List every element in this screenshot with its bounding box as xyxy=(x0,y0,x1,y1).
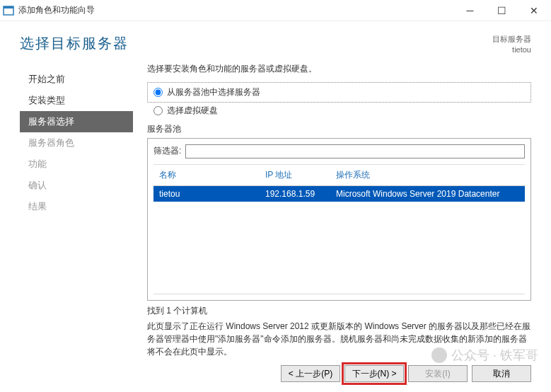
server-table: 名称 IP 地址 操作系统 tietou192.168.1.59Microsof… xyxy=(153,164,525,294)
window-title: 添加角色和功能向导 xyxy=(18,4,454,16)
server-pool-box: 筛选器: 名称 IP 地址 操作系统 tietou192.168.1.59Mic… xyxy=(147,138,531,301)
cell-os: Microsoft Windows Server 2019 Datacenter xyxy=(330,186,525,202)
radio-vhd[interactable]: 选择虚拟硬盘 xyxy=(147,104,531,117)
instruction-text: 选择要安装角色和功能的服务器或虚拟硬盘。 xyxy=(147,63,531,75)
wizard-sidebar: 开始之前安装类型服务器选择服务器角色功能确认结果 xyxy=(20,63,133,358)
table-row[interactable]: tietou192.168.1.59Microsoft Windows Serv… xyxy=(153,186,525,202)
radio-vhd-input[interactable] xyxy=(153,106,163,115)
selection-mode-group: 从服务器池中选择服务器 xyxy=(147,82,531,103)
sidebar-item-1[interactable]: 安装类型 xyxy=(20,90,133,111)
sidebar-item-4: 功能 xyxy=(20,154,133,175)
page-title: 选择目标服务器 xyxy=(20,34,129,53)
app-icon xyxy=(3,5,14,16)
sidebar-item-0[interactable]: 开始之前 xyxy=(20,69,133,90)
main-panel: 选择要安装角色和功能的服务器或虚拟硬盘。 从服务器池中选择服务器 选择虚拟硬盘 … xyxy=(133,63,531,358)
filter-input[interactable] xyxy=(185,144,525,158)
maximize-button[interactable]: ☐ xyxy=(486,0,518,21)
radio-server-pool[interactable]: 从服务器池中选择服务器 xyxy=(153,86,525,99)
computer-count: 找到 1 个计算机 xyxy=(147,305,531,317)
sidebar-item-5: 确认 xyxy=(20,175,133,196)
sidebar-item-6: 结果 xyxy=(20,196,133,217)
radio-server-pool-input[interactable] xyxy=(153,88,163,97)
filter-label: 筛选器: xyxy=(153,145,181,157)
column-os[interactable]: 操作系统 xyxy=(330,165,525,185)
next-button[interactable]: 下一步(N) > xyxy=(344,365,404,382)
server-pool-label: 服务器池 xyxy=(147,123,531,135)
cell-ip: 192.168.1.59 xyxy=(260,186,330,202)
column-ip[interactable]: IP 地址 xyxy=(260,165,330,185)
destination-label: 目标服务器 tietou xyxy=(492,34,531,56)
previous-button[interactable]: < 上一步(P) xyxy=(281,365,340,382)
svg-rect-1 xyxy=(4,6,13,8)
description-text: 此页显示了正在运行 Windows Server 2012 或更新版本的 Win… xyxy=(147,320,531,358)
cancel-button[interactable]: 取消 xyxy=(472,365,531,382)
sidebar-item-3: 服务器角色 xyxy=(20,132,133,154)
install-button: 安装(I) xyxy=(408,365,468,382)
wizard-footer: < 上一步(P) 下一步(N) > 安装(I) 取消 xyxy=(0,358,551,392)
sidebar-item-2[interactable]: 服务器选择 xyxy=(20,111,133,132)
cell-name: tietou xyxy=(153,186,260,202)
minimize-button[interactable]: ─ xyxy=(454,0,486,21)
column-name[interactable]: 名称 xyxy=(153,165,260,185)
close-button[interactable]: ✕ xyxy=(518,0,550,21)
titlebar: 添加角色和功能向导 ─ ☐ ✕ xyxy=(0,0,551,21)
